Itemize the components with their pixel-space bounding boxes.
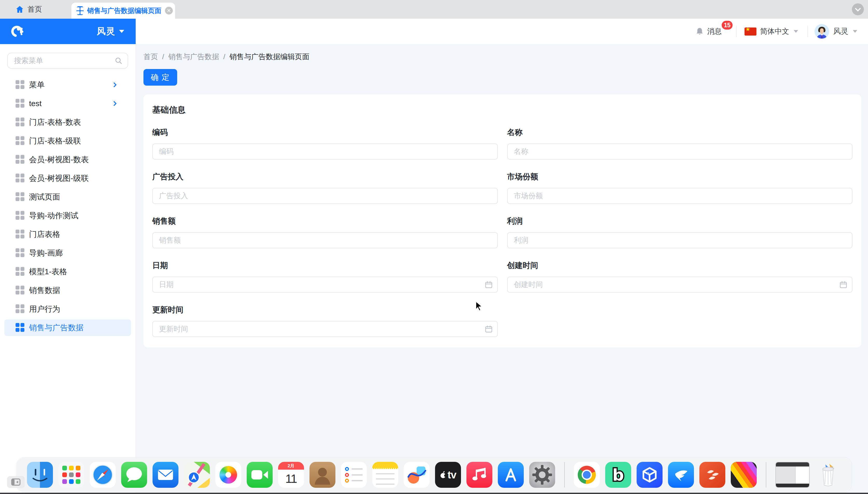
dock-icon-launchpad[interactable] [58,462,84,488]
tab-home[interactable]: 首页 [13,0,45,19]
date-input[interactable] [152,277,498,293]
dock-icon-app-store[interactable] [498,462,524,488]
sidebar: 菜单 test 门店-表格-数表 门店-表格-级联 会员-树视图-数表 会员-树… [0,44,136,494]
search-input[interactable] [14,57,115,65]
video-camera-icon [247,462,273,488]
dock-icon-system-settings[interactable] [529,462,555,488]
chevron-right-icon [112,82,117,88]
tab-active-label: 销售与广告数据编辑页面 [87,6,161,15]
language-selector[interactable]: ★ 简体中文 [745,26,798,36]
sidebar-item-store-table-cascade[interactable]: 门店-表格-级联 [4,133,131,149]
tab-close-icon[interactable]: ✕ [165,7,173,15]
sidebar-item-store-table-sheet[interactable]: 门店-表格-数表 [4,114,131,131]
dock-icon-finder[interactable] [27,462,53,488]
rainbow-stripe [731,462,757,488]
ad-spend-input[interactable] [152,188,498,204]
dock-icon-contacts[interactable] [309,462,335,488]
confirm-button[interactable]: 确 定 [143,69,177,86]
dock-icon-maps[interactable] [184,462,210,488]
dock-icon-reminders[interactable] [341,462,367,488]
grid-icon [16,211,25,220]
chevron-down-icon [855,5,861,12]
calendar-day: 11 [278,470,304,488]
trash-can-icon [815,462,841,488]
b-letter: b [613,466,624,484]
messages-label: 消息 [707,26,722,36]
avatar [814,24,829,39]
calendar-icon [485,325,493,333]
grid-icon [16,323,25,332]
calendar-month: 2月 [278,462,304,470]
sidebar-item-sales-ad-data[interactable]: 销售与广告数据 [4,319,131,336]
sidebar-item-member-tree-sheet[interactable]: 会员-树视图-数表 [4,151,131,168]
edge-panel-toggle-button[interactable] [7,476,24,488]
menu-search-box[interactable] [7,53,128,69]
cube-icon [640,466,659,484]
dock-icon-messages[interactable] [121,462,147,488]
sales-input[interactable] [152,232,498,248]
dock-icon-rainbow-stripes-app[interactable] [731,462,757,488]
dock-icon-chrome[interactable] [574,462,600,488]
profit-input[interactable] [507,232,853,248]
breadcrumb-sales-ad-data[interactable]: 销售与广告数据 [168,52,219,62]
breadcrumb-home[interactable]: 首页 [143,52,158,62]
dock-icon-green-b-video[interactable]: b [605,462,631,488]
header-divider [736,26,737,37]
sidebar-item-sales-data[interactable]: 销售数据 [4,282,131,299]
home-icon [16,5,24,14]
dock-icon-mail[interactable] [153,462,178,488]
dock-icon-orange-petal-app[interactable] [699,462,725,488]
name-input[interactable] [507,144,853,159]
sidebar-item-user-behavior[interactable]: 用户行为 [4,301,131,317]
grid-icon [16,192,25,202]
dock-icon-music[interactable] [466,462,493,488]
wing-icon [672,466,690,483]
main-content: 首页 / 销售与广告数据 / 销售与广告数据编辑页面 确 定 基础信息 编码 名… [136,44,868,494]
dock-icon-calendar[interactable]: 2月 11 [278,462,304,488]
tab-active-page[interactable]: 销售与广告数据编辑页面 ✕ [71,3,175,19]
sidebar-item-caidan[interactable]: 菜单 [4,77,131,93]
dock-icon-facetime[interactable] [247,462,273,488]
messages-button[interactable]: 消息 15 [695,26,722,36]
dock-minimized-window[interactable] [775,462,810,488]
dock-divider [564,462,565,488]
dock-icon-dingtalk[interactable] [668,462,694,488]
gear-icon [529,462,555,488]
sidebar-item-member-tree-cascade[interactable]: 会员-树视图-级联 [4,170,131,187]
maps-icon [184,462,210,488]
brand-name[interactable]: 风灵 [97,25,115,37]
dock-icon-apple-tv[interactable]: tv [435,462,461,488]
form-grid: 编码 名称 广告投入 市场份额 销售额 利润 [152,127,852,337]
dock-icon-trash[interactable] [815,462,841,488]
sidebar-item-model1-table[interactable]: 模型1-表格 [4,263,131,280]
sidebar-item-guide-action-test[interactable]: 导购-动作测试 [4,207,131,224]
header-divider [807,26,808,37]
apple-logo-icon [440,471,446,479]
language-caret-down-icon [794,30,798,33]
created-at-input[interactable] [507,277,853,293]
user-caret-down-icon [853,30,857,33]
petals-icon [703,466,722,484]
sidebar-item-guide-gallery[interactable]: 导购-画廊 [4,245,131,261]
dock-icon-photos[interactable] [215,462,241,488]
tab-overview-button[interactable] [852,3,864,15]
sidebar-item-store-table[interactable]: 门店表格 [4,226,131,243]
user-menu[interactable]: 风灵 [814,24,857,39]
sidebar-item-test[interactable]: test [4,95,131,112]
app-logo-icon [10,24,24,38]
language-label: 简体中文 [760,26,789,36]
appletv-label: tv [447,469,456,481]
grid-icon [16,286,25,295]
finder-face [27,462,53,488]
dock-icon-blue-cube-app[interactable] [637,462,662,488]
code-input[interactable] [152,144,498,159]
sidebar-item-test-page[interactable]: 测试页面 [4,189,131,205]
calendar-icon [840,281,847,288]
dock-icon-freeform[interactable] [404,462,429,488]
updated-at-input[interactable] [152,321,498,337]
dock-icon-safari[interactable] [90,462,116,488]
grid-icon [16,230,25,239]
market-share-input[interactable] [507,188,853,204]
music-note-icon [466,462,493,488]
dock-icon-notes[interactable] [372,462,398,488]
